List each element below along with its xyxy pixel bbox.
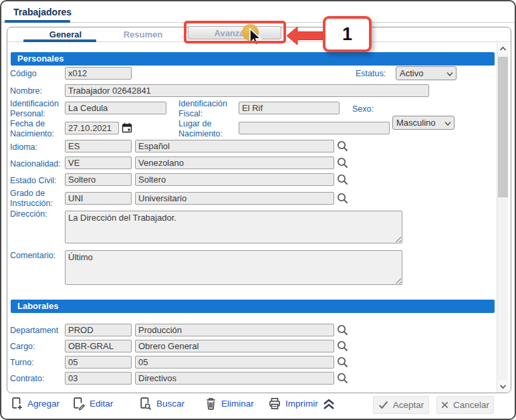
- app-tab-underline: [5, 20, 70, 23]
- document-pencil-icon: [72, 397, 86, 411]
- cancelar-label: Cancelar: [453, 400, 489, 410]
- nombre-label: Nombre:: [10, 86, 42, 96]
- estado-civil-label: Estado Civil:: [10, 176, 56, 186]
- lugar-nacimiento-label: Lugar de Nacimiento:: [178, 119, 239, 139]
- eliminar-button[interactable]: Eliminar: [205, 397, 254, 411]
- nacionalidad-label: Nacionalidad:: [10, 159, 61, 169]
- nacionalidad-search-icon[interactable]: [336, 156, 349, 169]
- agregar-button[interactable]: Agregar: [11, 397, 59, 411]
- document-plus-icon: [11, 397, 23, 411]
- fecha-nacimiento-input[interactable]: [65, 122, 119, 134]
- eliminar-label: Eliminar: [221, 399, 254, 409]
- app-tabbar-divider: [1, 22, 516, 23]
- id-personal-input[interactable]: [65, 102, 166, 114]
- departamento-label: Departament: [10, 326, 66, 336]
- cancelar-button[interactable]: Cancelar: [436, 396, 494, 414]
- cargo-search-icon[interactable]: [336, 340, 349, 352]
- scroll-down-button[interactable]: [497, 381, 509, 393]
- editar-button[interactable]: Editar: [72, 397, 113, 411]
- section-header-laborales: Laborales: [11, 300, 495, 313]
- cargo-desc-input[interactable]: [135, 340, 334, 352]
- grado-instruccion-label: Grado de Instrucción:: [10, 189, 68, 209]
- estatus-select[interactable]: Activo: [396, 66, 457, 80]
- idioma-search-icon[interactable]: [336, 140, 349, 152]
- trash-icon: [205, 397, 217, 411]
- imprimir-label: Imprimir: [285, 399, 318, 409]
- calendar-icon[interactable]: [122, 122, 132, 133]
- tab-avanzado[interactable]: Avanzado: [188, 26, 281, 39]
- annotation-step-badge: 1: [323, 16, 372, 52]
- contrato-label: Contrato:: [10, 374, 44, 384]
- agregar-label: Agregar: [27, 399, 59, 409]
- tab-general[interactable]: General: [29, 29, 102, 39]
- estatus-label: Estatus:: [356, 69, 386, 79]
- cargo-code-input[interactable]: [65, 340, 132, 352]
- annotation-step-number: 1: [342, 24, 352, 45]
- double-chevron-up-icon: [321, 398, 336, 411]
- printer-icon: [268, 397, 281, 411]
- form-panel: [7, 27, 511, 393]
- codigo-input[interactable]: [65, 67, 132, 80]
- turno-search-icon[interactable]: [336, 356, 349, 369]
- chevron-down-icon: [499, 384, 507, 389]
- aceptar-label: Aceptar: [393, 400, 424, 410]
- buscar-label: Buscar: [156, 399, 184, 409]
- idioma-label: Idioma:: [10, 142, 37, 152]
- estatus-value: Activo: [400, 68, 423, 78]
- idioma-desc-input[interactable]: [135, 140, 334, 152]
- codigo-label: Código: [10, 69, 37, 79]
- id-fiscal-input[interactable]: [239, 102, 340, 114]
- fecha-nacimiento-label: Fecha de Nacimiento:: [10, 119, 68, 139]
- id-fiscal-label: Identificación Fiscal:: [178, 99, 236, 119]
- contrato-desc-input[interactable]: [135, 372, 334, 385]
- grado-desc-input[interactable]: [135, 192, 334, 205]
- departamento-desc-input[interactable]: [135, 324, 334, 336]
- sexo-value: Masculino: [396, 118, 436, 128]
- estado-civil-code-input[interactable]: [65, 173, 132, 186]
- tab-resumen[interactable]: Resumen: [106, 29, 180, 39]
- grado-search-icon[interactable]: [336, 192, 349, 205]
- buscar-button[interactable]: Buscar: [139, 397, 184, 411]
- departamento-code-input[interactable]: [65, 324, 132, 336]
- collapse-toolbar-button[interactable]: [321, 398, 336, 414]
- app-tab-trabajadores[interactable]: Trabajadores: [13, 7, 72, 17]
- document-search-icon: [139, 397, 152, 411]
- direccion-textarea[interactable]: La Dirección del Trabajador.: [65, 211, 402, 243]
- cargo-label: Cargo:: [10, 342, 35, 352]
- estado-civil-search-icon[interactable]: [336, 173, 349, 186]
- turno-desc-input[interactable]: [135, 356, 334, 369]
- comentario-label: Comentario:: [10, 251, 55, 261]
- direccion-label: Dirección:: [10, 209, 47, 219]
- turno-code-input[interactable]: [65, 356, 132, 369]
- vertical-scrollbar[interactable]: [497, 43, 508, 393]
- nacionalidad-code-input[interactable]: [65, 156, 132, 169]
- sexo-label: Sexo:: [352, 104, 374, 114]
- chevron-down-icon: [446, 72, 453, 77]
- comentario-textarea[interactable]: Último: [65, 250, 402, 285]
- chevron-up-icon: [499, 46, 507, 51]
- nacionalidad-desc-input[interactable]: [135, 156, 334, 169]
- grado-code-input[interactable]: [65, 192, 132, 205]
- check-icon: [378, 401, 388, 409]
- sexo-select[interactable]: Masculino: [392, 116, 455, 130]
- lugar-nacimiento-input[interactable]: [239, 122, 390, 134]
- section-header-personales: Personales: [11, 52, 495, 66]
- editar-label: Editar: [90, 399, 113, 409]
- aceptar-button[interactable]: Aceptar: [373, 396, 429, 414]
- tab-general-underline: [23, 39, 96, 42]
- contrato-search-icon[interactable]: [336, 372, 349, 385]
- id-personal-label: Identificación Personal:: [10, 99, 68, 119]
- x-icon: [441, 401, 448, 409]
- scrollbar-thumb[interactable]: [498, 57, 508, 197]
- chevron-down-icon: [444, 121, 451, 126]
- turno-label: Turno:: [10, 358, 34, 368]
- idioma-code-input[interactable]: [65, 140, 132, 152]
- estado-civil-desc-input[interactable]: [135, 173, 334, 186]
- departamento-search-icon[interactable]: [336, 324, 349, 336]
- imprimir-button[interactable]: Imprimir: [268, 397, 318, 411]
- scroll-up-button[interactable]: [497, 43, 509, 55]
- nombre-input[interactable]: [65, 84, 429, 97]
- trabajadores-window: Trabajadores General Resumen Avanzado Pe…: [0, 0, 516, 420]
- contrato-code-input[interactable]: [65, 372, 132, 385]
